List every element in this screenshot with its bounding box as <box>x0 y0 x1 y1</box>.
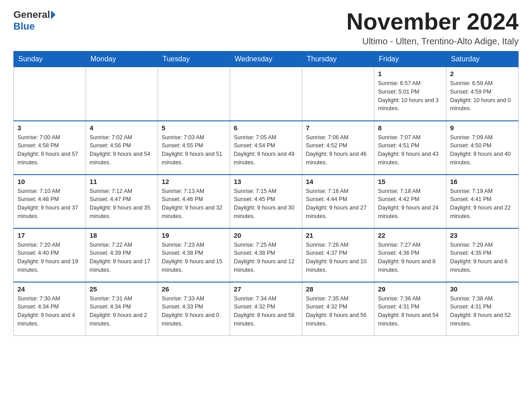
calendar-cell: 13Sunrise: 7:15 AM Sunset: 4:45 PM Dayli… <box>230 175 302 228</box>
day-info: Sunrise: 7:33 AM Sunset: 4:33 PM Dayligh… <box>162 295 226 328</box>
calendar-cell: 6Sunrise: 7:05 AM Sunset: 4:54 PM Daylig… <box>230 121 302 175</box>
calendar-cell: 1Sunrise: 6:57 AM Sunset: 5:01 PM Daylig… <box>374 67 446 121</box>
day-of-week-header: Monday <box>86 51 158 67</box>
calendar-cell: 24Sunrise: 7:30 AM Sunset: 4:34 PM Dayli… <box>14 282 86 336</box>
day-info: Sunrise: 7:03 AM Sunset: 4:55 PM Dayligh… <box>162 133 226 167</box>
day-info: Sunrise: 7:00 AM Sunset: 4:58 PM Dayligh… <box>17 133 82 167</box>
calendar-table: SundayMondayTuesdayWednesdayThursdayFrid… <box>13 51 519 336</box>
day-info: Sunrise: 7:25 AM Sunset: 4:38 PM Dayligh… <box>234 241 298 274</box>
day-number: 22 <box>378 231 442 239</box>
calendar-cell: 29Sunrise: 7:36 AM Sunset: 4:31 PM Dayli… <box>374 282 446 336</box>
calendar-cell: 3Sunrise: 7:00 AM Sunset: 4:58 PM Daylig… <box>14 121 86 175</box>
day-number: 10 <box>17 178 82 185</box>
calendar-cell <box>158 67 230 121</box>
calendar-cell: 23Sunrise: 7:29 AM Sunset: 4:35 PM Dayli… <box>446 228 519 282</box>
day-number: 1 <box>378 70 442 77</box>
calendar-week-row: 17Sunrise: 7:20 AM Sunset: 4:40 PM Dayli… <box>14 228 519 282</box>
day-number: 28 <box>306 285 370 293</box>
day-of-week-header: Wednesday <box>230 51 302 67</box>
day-info: Sunrise: 7:20 AM Sunset: 4:40 PM Dayligh… <box>17 241 82 274</box>
day-number: 13 <box>234 178 298 185</box>
day-number: 27 <box>234 285 298 293</box>
day-info: Sunrise: 7:26 AM Sunset: 4:37 PM Dayligh… <box>306 241 370 274</box>
day-number: 20 <box>234 231 298 239</box>
day-number: 12 <box>162 178 226 185</box>
page-header: General Blue November 2024 Ultimo - Ulte… <box>13 9 519 47</box>
calendar-cell: 19Sunrise: 7:23 AM Sunset: 4:38 PM Dayli… <box>158 228 230 282</box>
day-number: 11 <box>90 178 154 185</box>
day-info: Sunrise: 7:34 AM Sunset: 4:32 PM Dayligh… <box>234 295 298 328</box>
day-info: Sunrise: 7:13 AM Sunset: 4:46 PM Dayligh… <box>162 187 226 221</box>
logo-blue-text: Blue <box>13 21 35 32</box>
day-info: Sunrise: 7:29 AM Sunset: 4:35 PM Dayligh… <box>450 241 515 274</box>
day-info: Sunrise: 7:27 AM Sunset: 4:36 PM Dayligh… <box>378 241 442 274</box>
calendar-cell: 18Sunrise: 7:22 AM Sunset: 4:39 PM Dayli… <box>86 228 158 282</box>
day-number: 23 <box>450 231 515 239</box>
day-of-week-header: Friday <box>374 51 446 67</box>
calendar-cell: 28Sunrise: 7:35 AM Sunset: 4:32 PM Dayli… <box>302 282 374 336</box>
day-info: Sunrise: 7:36 AM Sunset: 4:31 PM Dayligh… <box>378 295 442 328</box>
day-number: 25 <box>90 285 154 293</box>
day-of-week-header: Thursday <box>302 51 374 67</box>
calendar-cell: 20Sunrise: 7:25 AM Sunset: 4:38 PM Dayli… <box>230 228 302 282</box>
day-info: Sunrise: 7:16 AM Sunset: 4:44 PM Dayligh… <box>306 187 370 221</box>
calendar-cell: 15Sunrise: 7:18 AM Sunset: 4:42 PM Dayli… <box>374 175 446 228</box>
calendar-cell: 2Sunrise: 6:59 AM Sunset: 4:59 PM Daylig… <box>446 67 519 121</box>
day-number: 14 <box>306 178 370 185</box>
logo-triangle-icon <box>51 10 56 19</box>
day-number: 5 <box>162 124 226 132</box>
day-number: 6 <box>234 124 298 132</box>
day-info: Sunrise: 6:59 AM Sunset: 4:59 PM Dayligh… <box>450 79 515 113</box>
day-number: 16 <box>450 178 515 185</box>
calendar-cell: 16Sunrise: 7:19 AM Sunset: 4:41 PM Dayli… <box>446 175 519 228</box>
logo-general-text: General <box>13 9 50 21</box>
day-info: Sunrise: 7:15 AM Sunset: 4:45 PM Dayligh… <box>234 187 298 221</box>
day-info: Sunrise: 7:35 AM Sunset: 4:32 PM Dayligh… <box>306 295 370 328</box>
day-number: 4 <box>90 124 154 132</box>
day-number: 8 <box>378 124 442 132</box>
calendar-cell: 8Sunrise: 7:07 AM Sunset: 4:51 PM Daylig… <box>374 121 446 175</box>
day-number: 21 <box>306 231 370 239</box>
calendar-cell: 14Sunrise: 7:16 AM Sunset: 4:44 PM Dayli… <box>302 175 374 228</box>
day-info: Sunrise: 7:23 AM Sunset: 4:38 PM Dayligh… <box>162 241 226 274</box>
calendar-cell: 10Sunrise: 7:10 AM Sunset: 4:48 PM Dayli… <box>14 175 86 228</box>
calendar-cell: 17Sunrise: 7:20 AM Sunset: 4:40 PM Dayli… <box>14 228 86 282</box>
calendar-cell: 11Sunrise: 7:12 AM Sunset: 4:47 PM Dayli… <box>86 175 158 228</box>
day-number: 17 <box>17 231 82 239</box>
day-of-week-header: Tuesday <box>158 51 230 67</box>
calendar-cell: 27Sunrise: 7:34 AM Sunset: 4:32 PM Dayli… <box>230 282 302 336</box>
day-number: 3 <box>17 124 82 132</box>
calendar-cell <box>302 67 374 121</box>
calendar-week-row: 1Sunrise: 6:57 AM Sunset: 5:01 PM Daylig… <box>14 67 519 121</box>
day-number: 9 <box>450 124 515 132</box>
day-number: 2 <box>450 70 515 77</box>
calendar-cell: 22Sunrise: 7:27 AM Sunset: 4:36 PM Dayli… <box>374 228 446 282</box>
day-info: Sunrise: 7:12 AM Sunset: 4:47 PM Dayligh… <box>90 187 154 221</box>
calendar-cell: 5Sunrise: 7:03 AM Sunset: 4:55 PM Daylig… <box>158 121 230 175</box>
calendar-week-row: 10Sunrise: 7:10 AM Sunset: 4:48 PM Dayli… <box>14 175 519 228</box>
day-number: 29 <box>378 285 442 293</box>
day-info: Sunrise: 7:19 AM Sunset: 4:41 PM Dayligh… <box>450 187 515 221</box>
day-info: Sunrise: 7:38 AM Sunset: 4:31 PM Dayligh… <box>450 295 515 328</box>
calendar-cell: 12Sunrise: 7:13 AM Sunset: 4:46 PM Dayli… <box>158 175 230 228</box>
day-info: Sunrise: 7:07 AM Sunset: 4:51 PM Dayligh… <box>378 133 442 167</box>
title-area: November 2024 Ultimo - Ulten, Trentino-A… <box>347 9 519 47</box>
calendar-cell: 7Sunrise: 7:06 AM Sunset: 4:52 PM Daylig… <box>302 121 374 175</box>
calendar-cell <box>86 67 158 121</box>
day-info: Sunrise: 7:18 AM Sunset: 4:42 PM Dayligh… <box>378 187 442 221</box>
day-info: Sunrise: 7:05 AM Sunset: 4:54 PM Dayligh… <box>234 133 298 167</box>
calendar-cell: 9Sunrise: 7:09 AM Sunset: 4:50 PM Daylig… <box>446 121 519 175</box>
location-subtitle: Ultimo - Ulten, Trentino-Alto Adige, Ita… <box>347 36 519 47</box>
day-number: 18 <box>90 231 154 239</box>
calendar-cell: 25Sunrise: 7:31 AM Sunset: 4:34 PM Dayli… <box>86 282 158 336</box>
day-number: 30 <box>450 285 515 293</box>
day-info: Sunrise: 7:02 AM Sunset: 4:56 PM Dayligh… <box>90 133 154 167</box>
day-info: Sunrise: 6:57 AM Sunset: 5:01 PM Dayligh… <box>378 79 442 113</box>
calendar-week-row: 3Sunrise: 7:00 AM Sunset: 4:58 PM Daylig… <box>14 121 519 175</box>
day-info: Sunrise: 7:31 AM Sunset: 4:34 PM Dayligh… <box>90 295 154 328</box>
calendar-cell <box>14 67 86 121</box>
day-info: Sunrise: 7:06 AM Sunset: 4:52 PM Dayligh… <box>306 133 370 167</box>
calendar-cell: 21Sunrise: 7:26 AM Sunset: 4:37 PM Dayli… <box>302 228 374 282</box>
logo: General Blue <box>13 9 56 32</box>
month-title: November 2024 <box>347 9 519 34</box>
